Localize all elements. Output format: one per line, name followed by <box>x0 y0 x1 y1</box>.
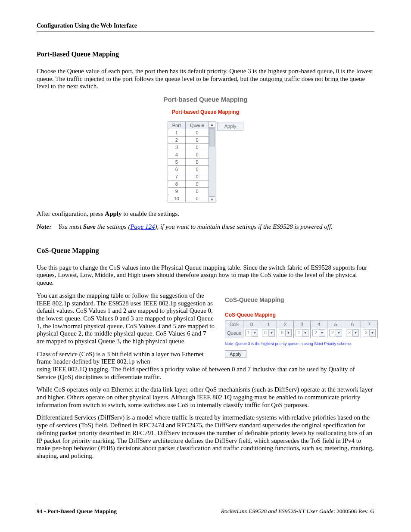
cos-row-label: CoS <box>225 320 243 328</box>
queue-select[interactable]: 0▼ <box>262 329 275 337</box>
table-row: 90 <box>168 188 209 195</box>
queue-select[interactable]: 2▼ <box>329 329 342 337</box>
footer-right: RocketLinx ES9528 and ES9528-XT User Gui… <box>221 508 374 515</box>
queue-select[interactable]: 0▼ <box>279 329 292 337</box>
section1-heading: Port-Based Queue Mapping <box>37 50 374 58</box>
note-label: Note: <box>37 223 58 230</box>
chevron-down-icon[interactable]: ▼ <box>370 329 376 337</box>
table-row: 80 <box>168 180 209 188</box>
port-queue-table: Port Queue 10 20 30 40 50 60 70 80 90 10… <box>168 121 209 202</box>
section2-left-p1: You can assign the mapping table or foll… <box>37 292 215 345</box>
section2-full-p3: Differentiated Services (DiffServ) is a … <box>37 414 374 460</box>
table-row: 30 <box>168 144 209 151</box>
scroll-down-icon[interactable]: ▼ <box>209 196 215 202</box>
table-row: 60 <box>168 166 209 173</box>
queue-select[interactable]: 3▼ <box>346 329 359 337</box>
apply-button[interactable]: Apply <box>225 350 246 358</box>
scroll-up-icon[interactable]: ▲ <box>209 122 215 128</box>
apply-button[interactable]: Apply <box>217 122 244 131</box>
figure-port-queue-mapping: Port-based Queue Mapping Port-based Queu… <box>37 96 374 202</box>
chevron-down-icon[interactable]: ▼ <box>353 329 359 337</box>
running-header: Configuration Using the Web Interface <box>37 22 374 31</box>
queue-select[interactable]: 1▼ <box>296 329 308 337</box>
page-footer: 94 - Port-Based Queue Mapping RocketLinx… <box>37 506 374 515</box>
figure2-note: Note: Queue 3 is the highest priority qu… <box>225 342 378 346</box>
section2-intro: Use this page to change the CoS values i… <box>37 264 374 287</box>
table-row: 20 <box>168 137 209 144</box>
footer-left: 94 - Port-Based Queue Mapping <box>37 508 117 515</box>
scroll-track[interactable] <box>209 146 215 196</box>
queue-select[interactable]: 1▼ <box>245 329 258 337</box>
table-row: 10 <box>168 129 209 137</box>
chevron-down-icon[interactable]: ▼ <box>302 329 308 337</box>
section2-full-p2: While CoS operates only on Ethernet at t… <box>37 386 374 409</box>
section2-heading: CoS-Queue Mapping <box>37 247 374 255</box>
cos-queue-table: CoS 0 1 2 3 4 5 6 7 Queue 1▼ 0▼ 0▼ 1▼ 2▼ <box>225 320 378 338</box>
queue-row-label: Queue <box>225 328 243 338</box>
figure-cos-queue-mapping: CoS-Queue Mapping CoS-Queue Mapping CoS … <box>225 292 378 358</box>
section2-left-p2: Class of service (CoS) is a 3 bit field … <box>37 351 215 366</box>
queue-row: Queue 1▼ 0▼ 0▼ 1▼ 2▼ 2▼ 3▼ 3▼ <box>225 328 378 338</box>
table-row: 40 <box>168 151 209 159</box>
section1-intro: Choose the Queue value of each port, the… <box>37 68 374 90</box>
figure2-legend: CoS-Queue Mapping <box>225 312 378 318</box>
chevron-down-icon[interactable]: ▼ <box>286 329 292 337</box>
queue-select[interactable]: 2▼ <box>312 329 325 337</box>
figure2-title: CoS-Queue Mapping <box>225 296 378 303</box>
col-port: Port <box>168 122 185 129</box>
table-header-row: Port Queue <box>168 122 209 129</box>
chevron-down-icon[interactable]: ▼ <box>319 329 325 337</box>
col-queue: Queue <box>185 122 209 129</box>
scroll-thumb[interactable] <box>209 128 215 146</box>
table-row: 50 <box>168 159 209 166</box>
note-body: You must Save the settings (Page 124), i… <box>58 223 374 230</box>
section2-full-p1: using IEEE 802.1Q tagging. The field spe… <box>37 366 374 381</box>
save-word: Save <box>83 223 96 230</box>
section1-after-config: After configuration, press Apply to enab… <box>37 210 374 218</box>
cos-header-row: CoS 0 1 2 3 4 5 6 7 <box>225 320 378 328</box>
chevron-down-icon[interactable]: ▼ <box>252 329 258 337</box>
figure1-title: Port-based Queue Mapping <box>37 96 374 103</box>
page-link[interactable]: Page 124 <box>130 223 155 230</box>
queue-select[interactable]: 3▼ <box>363 329 376 337</box>
apply-word: Apply <box>105 210 121 217</box>
section1-note: Note: You must Save the settings (Page 1… <box>37 223 374 230</box>
chevron-down-icon[interactable]: ▼ <box>269 329 275 337</box>
table-row: 100 <box>168 195 209 202</box>
figure1-legend: Port-based Queue Mapping <box>168 109 244 115</box>
table-row: 70 <box>168 173 209 180</box>
chevron-down-icon[interactable]: ▼ <box>336 329 342 337</box>
scrollbar[interactable]: ▲ ▼ <box>209 121 215 202</box>
